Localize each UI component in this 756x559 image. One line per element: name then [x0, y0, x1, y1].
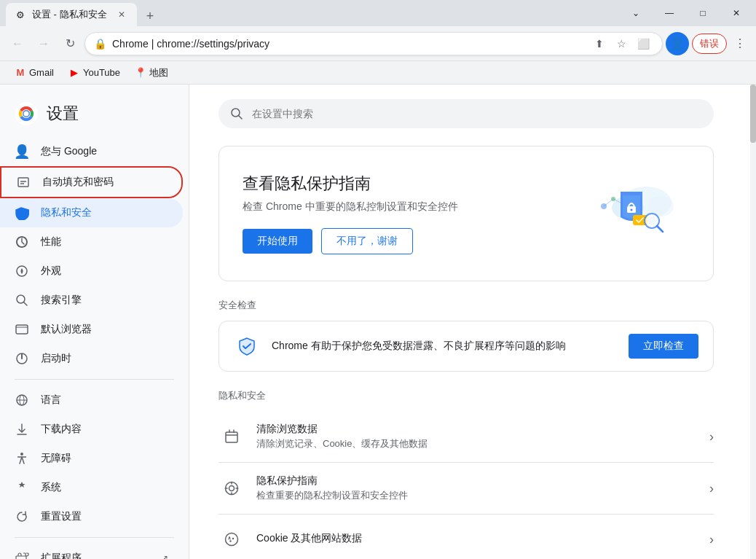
sidebar-item-startup[interactable]: 启动时: [0, 344, 183, 373]
decline-button[interactable]: 不用了，谢谢: [321, 228, 413, 254]
accessibility-label: 无障碍: [41, 452, 71, 465]
clear-browsing-desc: 清除浏览记录、Cookie、缓存及其他数据: [256, 437, 709, 450]
share-button[interactable]: ⬆: [589, 34, 610, 54]
clear-browsing-icon: [218, 423, 245, 450]
sidebar-item-search-engine[interactable]: 搜索引擎: [0, 286, 183, 315]
settings-header: 设置: [0, 90, 189, 137]
gmail-icon: M: [15, 67, 26, 79]
sidebar-item-system[interactable]: 系统: [0, 473, 183, 502]
new-tab-button[interactable]: +: [140, 6, 160, 26]
privacy-item-cookies[interactable]: Cookie 及其他网站数据 ›: [218, 515, 714, 559]
sidebar-item-privacy[interactable]: 隐私和安全: [0, 198, 183, 227]
settings-search-input[interactable]: [252, 108, 702, 120]
performance-icon: [15, 235, 29, 249]
default-browser-label: 默认浏览器: [41, 323, 92, 336]
back-button[interactable]: ←: [6, 32, 29, 55]
forward-button[interactable]: →: [32, 32, 55, 55]
privacy-illustration: [573, 170, 690, 257]
privacy-guide-promo-card: 查看隐私保护指南 检查 Chrome 中重要的隐私控制设置和安全控件 开始使用 …: [218, 146, 714, 281]
reset-icon: [15, 509, 29, 524]
privacy-section-header: 隐私和安全: [218, 389, 721, 405]
language-label: 语言: [41, 394, 61, 407]
maximize-button[interactable]: □: [686, 1, 720, 25]
svg-point-48: [226, 533, 238, 546]
address-security-icon: 🔒: [94, 38, 106, 50]
address-text: Chrome | chrome://settings/privacy: [112, 38, 583, 50]
close-button[interactable]: ✕: [720, 1, 753, 25]
startup-label: 启动时: [41, 352, 71, 365]
svg-rect-11: [16, 325, 28, 334]
sidebar-item-reset[interactable]: 重置设置: [0, 502, 183, 531]
youtube-icon: ▶: [68, 67, 80, 79]
profile-button[interactable]: 👤: [666, 32, 689, 55]
sidebar-item-extensions[interactable]: 扩展程序 ↗: [0, 544, 183, 559]
sidebar-item-performance[interactable]: 性能: [0, 227, 183, 257]
sidebar-divider: [15, 379, 174, 380]
svg-point-29: [631, 209, 633, 211]
svg-point-4: [24, 112, 29, 117]
svg-line-24: [239, 116, 243, 120]
sidebar-item-default-browser[interactable]: 默认浏览器: [0, 315, 183, 344]
appearance-label: 外观: [41, 265, 61, 278]
svg-point-37: [647, 216, 656, 225]
security-check-button[interactable]: 立即检查: [629, 334, 698, 359]
maps-icon: 📍: [135, 67, 146, 79]
tab-area: ⚙ 设置 - 隐私和安全 ✕ +: [0, 0, 160, 26]
security-check-section-header: 安全检查: [218, 299, 721, 315]
clear-browsing-arrow: ›: [709, 429, 714, 445]
sidebar-item-appearance[interactable]: 外观: [0, 257, 183, 286]
privacy-label: 隐私和安全: [41, 206, 92, 219]
svg-line-10: [24, 302, 28, 306]
gmail-label: Gmail: [29, 67, 54, 78]
privacy-item-privacy-guide[interactable]: 隐私保护指南 检查重要的隐私控制设置和安全控件 ›: [218, 463, 714, 515]
sidebar-item-language[interactable]: 语言: [0, 386, 183, 415]
privacy-item-clear-browsing[interactable]: 清除浏览数据 清除浏览记录、Cookie、缓存及其他数据 ›: [218, 411, 714, 463]
address-bar[interactable]: 🔒 Chrome | chrome://settings/privacy ⬆ ☆…: [84, 32, 663, 55]
sidebar-item-accessibility[interactable]: 无障碍: [0, 444, 183, 473]
cookies-title: Cookie 及其他网站数据: [256, 532, 709, 545]
bookmark-youtube[interactable]: ▶ YouTube: [63, 64, 126, 82]
more-button[interactable]: ⋮: [730, 34, 750, 54]
svg-point-49: [229, 536, 230, 538]
sidebar-item-autofill[interactable]: 自动填充和密码: [0, 166, 183, 198]
downloads-icon: [15, 422, 29, 437]
scrollbar-rail[interactable]: [750, 85, 756, 559]
privacy-guide-icon: [218, 475, 245, 501]
security-check-card: Chrome 有助于保护您免受数据泄露、不良扩展程序等问题的影响 立即检查: [218, 321, 714, 372]
security-shield-icon: [234, 333, 260, 359]
tab-close-button[interactable]: ✕: [115, 8, 128, 21]
bookmark-maps[interactable]: 📍 地图: [129, 63, 174, 82]
refresh-button[interactable]: ↻: [58, 32, 82, 55]
you-google-icon: 👤: [15, 144, 29, 159]
security-card-description: Chrome 有助于保护您免受数据泄露、不良扩展程序等问题的影响: [272, 340, 629, 353]
startup-icon: [15, 351, 29, 366]
main-layout: 设置 👤 您与 Google 自动填充和密码 隐私和安全: [0, 85, 756, 559]
scrollbar-thumb[interactable]: [750, 85, 756, 143]
bookmark-button[interactable]: ☆: [611, 34, 631, 54]
accessibility-icon: [15, 451, 29, 466]
chevron-button[interactable]: ⌄: [619, 1, 653, 25]
sidebar-divider-2: [15, 537, 174, 538]
start-button[interactable]: 开始使用: [243, 229, 312, 254]
sidebar-item-downloads[interactable]: 下载内容: [0, 415, 183, 444]
settings-search-box[interactable]: [218, 99, 714, 128]
tab-favicon: ⚙: [15, 9, 26, 20]
chrome-logo-icon: [15, 102, 38, 125]
extensions-label: 扩展程序: [41, 552, 82, 559]
privacy-icon: [15, 206, 29, 220]
sidebar-item-you-google[interactable]: 👤 您与 Google: [0, 137, 183, 166]
svg-point-50: [232, 538, 234, 539]
appearance-icon: [15, 264, 29, 278]
error-button[interactable]: 错误: [692, 34, 727, 54]
youtube-label: YouTube: [83, 67, 120, 78]
search-icon: [230, 107, 243, 120]
cookies-text: Cookie 及其他网站数据: [256, 532, 709, 547]
default-browser-icon: [15, 322, 29, 337]
system-icon: [15, 480, 29, 495]
active-tab[interactable]: ⚙ 设置 - 隐私和安全 ✕: [6, 3, 137, 26]
minimize-button[interactable]: —: [653, 1, 686, 25]
cookies-icon: [218, 526, 245, 552]
split-view-button[interactable]: ⬜: [633, 34, 653, 54]
bookmark-gmail[interactable]: M Gmail: [9, 64, 60, 82]
autofill-label: 自动填充和密码: [42, 176, 114, 189]
